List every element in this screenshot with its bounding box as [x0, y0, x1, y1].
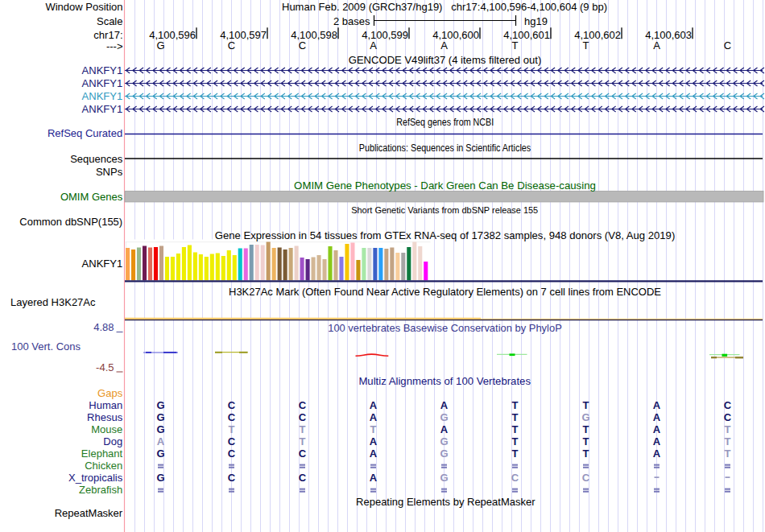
svg-text:G: G	[156, 472, 164, 484]
svg-text:4,100,603: 4,100,603	[645, 29, 692, 41]
svg-text:T: T	[583, 447, 589, 460]
svg-text:T: T	[512, 399, 519, 411]
svg-text:C: C	[228, 435, 236, 447]
svg-text:RefSeq Curated: RefSeq Curated	[48, 127, 122, 139]
svg-text:G: G	[440, 447, 448, 460]
svg-text:C: C	[228, 411, 236, 423]
svg-text:Gene Expression in 54 tissues: Gene Expression in 54 tissues from GTEx …	[215, 229, 676, 241]
svg-text:T: T	[725, 423, 731, 435]
svg-text:4,100,597: 4,100,597	[220, 29, 267, 41]
svg-text:A: A	[370, 447, 378, 460]
svg-text:H3K27Ac Mark (Often Found Near: H3K27Ac Mark (Often Found Near Active Re…	[229, 286, 661, 298]
svg-text:Gaps: Gaps	[97, 387, 123, 399]
svg-text:ANKFY1: ANKFY1	[82, 258, 123, 270]
svg-text:ANKFY1: ANKFY1	[82, 90, 123, 102]
svg-text:Zebrafish: Zebrafish	[79, 484, 122, 496]
svg-text:T: T	[725, 435, 731, 447]
svg-text:Layered H3K27Ac: Layered H3K27Ac	[10, 296, 96, 308]
svg-text:4.88: 4.88	[93, 321, 114, 333]
svg-text:T: T	[300, 423, 306, 435]
svg-text:Dog: Dog	[103, 435, 122, 447]
svg-text:T: T	[583, 39, 589, 52]
svg-text:C: C	[299, 399, 307, 411]
svg-text:100 vertebrates Basewise Conse: 100 vertebrates Basewise Conservation by…	[328, 322, 562, 334]
svg-text:Sequences: Sequences	[70, 153, 123, 165]
svg-text:C: C	[228, 472, 236, 484]
svg-text:Human: Human	[89, 399, 122, 411]
svg-text:T: T	[512, 435, 519, 447]
svg-text:A: A	[440, 39, 448, 52]
svg-text:A: A	[653, 39, 660, 52]
svg-text:ANKFY1: ANKFY1	[82, 64, 123, 76]
svg-text:A: A	[440, 423, 449, 435]
svg-text:G: G	[156, 447, 164, 460]
svg-text:T: T	[300, 435, 306, 447]
svg-text:hg19: hg19	[524, 15, 548, 27]
svg-text:A: A	[653, 435, 661, 447]
svg-text:C: C	[582, 472, 590, 484]
svg-text:OMIM Gene Phenotypes - Dark Gr: OMIM Gene Phenotypes - Dark Green Can Be…	[294, 179, 596, 192]
svg-text:A: A	[370, 435, 378, 447]
svg-text:4,100,598: 4,100,598	[291, 29, 337, 41]
svg-text:T: T	[725, 447, 731, 460]
svg-text:4,100,596: 4,100,596	[149, 29, 196, 41]
svg-text:G: G	[440, 472, 448, 484]
svg-text:C: C	[299, 411, 307, 423]
svg-text:C: C	[299, 447, 307, 460]
svg-text:C: C	[299, 472, 307, 484]
svg-text:Chicken: Chicken	[85, 460, 122, 472]
svg-text:G: G	[156, 39, 164, 52]
svg-text:A: A	[370, 472, 378, 484]
svg-text:T: T	[583, 399, 589, 411]
svg-text:Elephant: Elephant	[81, 447, 123, 460]
svg-text:G: G	[156, 399, 164, 411]
svg-text:C: C	[511, 472, 519, 484]
svg-text:C: C	[228, 39, 235, 52]
svg-text:G: G	[440, 435, 448, 447]
svg-text:T: T	[583, 435, 589, 447]
svg-text:--->: --->	[106, 40, 123, 52]
svg-text:X_tropicalis: X_tropicalis	[68, 472, 123, 484]
svg-text:T: T	[370, 423, 377, 435]
svg-text:GENCODE V49lift37 (4 items fil: GENCODE V49lift37 (4 items filtered out)	[349, 54, 542, 66]
svg-text:Scale: Scale	[97, 15, 123, 27]
svg-text:A: A	[370, 39, 377, 52]
svg-text:A: A	[653, 411, 661, 423]
svg-text:4,100,602: 4,100,602	[574, 29, 621, 41]
svg-text:4,100,599: 4,100,599	[362, 29, 408, 41]
svg-text:RepeatMasker: RepeatMasker	[55, 507, 123, 519]
svg-text:Window Position: Window Position	[45, 1, 122, 13]
svg-text:A: A	[653, 423, 661, 435]
svg-text:C: C	[724, 399, 732, 411]
svg-text:T: T	[583, 423, 589, 435]
svg-text:RefSeq genes from NCBI: RefSeq genes from NCBI	[396, 117, 494, 128]
svg-text:G: G	[581, 411, 589, 423]
svg-text:G: G	[156, 423, 164, 435]
svg-text:OMIM Genes: OMIM Genes	[60, 191, 123, 203]
svg-text:Multiz Alignments of 100 Verte: Multiz Alignments of 100 Vertebrates	[358, 375, 531, 387]
svg-text:T: T	[512, 447, 519, 460]
svg-text:C: C	[228, 399, 236, 411]
svg-text:100 Vert. Cons: 100 Vert. Cons	[11, 340, 81, 353]
svg-text:Repeating Elements by RepeatMa: Repeating Elements by RepeatMasker	[356, 496, 536, 508]
svg-text:A: A	[157, 435, 165, 447]
svg-text:SNPs: SNPs	[96, 166, 123, 178]
svg-text:chr17:: chr17:	[93, 29, 122, 41]
svg-text:C: C	[724, 411, 732, 423]
svg-text:C: C	[228, 447, 236, 460]
svg-text:4,100,601: 4,100,601	[503, 29, 550, 41]
svg-text:T: T	[229, 423, 235, 435]
svg-text:G: G	[440, 411, 448, 423]
svg-text:G: G	[156, 411, 164, 423]
svg-text:Rhesus: Rhesus	[87, 411, 123, 423]
svg-text:Human Feb. 2009 (GRCh37/hg19): Human Feb. 2009 (GRCh37/hg19) chr17:4,10…	[282, 1, 607, 13]
svg-text:Short Genetic Variants from db: Short Genetic Variants from dbSNP releas…	[351, 205, 538, 215]
svg-text:A: A	[370, 399, 378, 411]
svg-text:A: A	[370, 411, 378, 423]
svg-text:C: C	[299, 39, 306, 52]
svg-text:Publications: Sequences in Sci: Publications: Sequences in Scientific Ar…	[359, 142, 531, 154]
svg-text:A: A	[653, 399, 661, 411]
svg-text:ANKFY1: ANKFY1	[82, 77, 123, 89]
svg-text:Mouse: Mouse	[91, 423, 122, 435]
svg-text:Common dbSNP(155): Common dbSNP(155)	[19, 216, 122, 228]
